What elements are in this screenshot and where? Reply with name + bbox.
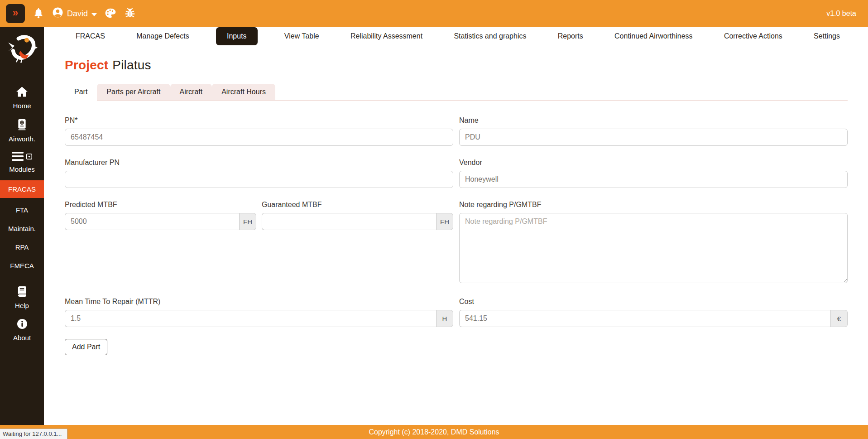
sidebar-item-rpa[interactable]: RPA [0, 238, 44, 256]
modules-icon-group [12, 152, 32, 162]
sidebar-item-modules[interactable]: Modules [0, 147, 44, 178]
nav-item-settings[interactable]: Settings [809, 27, 844, 45]
page-title: ProjectPilatus [65, 58, 848, 72]
bell-icon [33, 7, 44, 20]
user-avatar-icon [52, 7, 63, 20]
sidebar-item-label: Home [13, 102, 31, 110]
hamburger-menu-icon [12, 152, 24, 162]
vendor-input[interactable] [459, 171, 848, 188]
sidebar-item-airworthiness[interactable]: Airworth. [0, 114, 44, 147]
add-part-button[interactable]: Add Part [65, 339, 107, 355]
chevron-down-icon [91, 9, 97, 19]
pn-label: PN* [65, 116, 453, 125]
name-label: Name [459, 116, 848, 125]
cost-input[interactable] [459, 310, 830, 327]
bug-icon [124, 7, 136, 20]
sidebar-item-help[interactable]: Help [0, 281, 44, 314]
predicted-mtbf-label: Predicted MTBF [65, 201, 256, 209]
flight-hours-unit-addon: FH [436, 213, 453, 230]
mtbf-row: Predicted MTBF FH Guaranteed MTBF FH [65, 201, 453, 285]
guaranteed-mtbf-label: Guaranteed MTBF [262, 201, 453, 209]
sidebar-item-label: Maintain. [8, 225, 36, 232]
tab-parts-per-aircraft[interactable]: Parts per Aircraft [97, 84, 170, 101]
guaranteed-mtbf-field-group: Guaranteed MTBF FH [262, 201, 453, 285]
sidebar-item-label: FTA [16, 206, 28, 214]
passport-icon [17, 119, 27, 132]
nav-item-continued-airworthiness[interactable]: Continued Airworthiness [610, 27, 697, 45]
sidebar-item-label: Help [15, 302, 29, 309]
nav-item-fracas[interactable]: FRACAS [71, 27, 110, 45]
sidebar-item-fta[interactable]: FTA [0, 201, 44, 219]
note-textarea[interactable] [459, 213, 848, 283]
sidebar-item-home[interactable]: Home [0, 82, 44, 114]
euro-unit-addon: € [830, 310, 848, 327]
manufacturer-pn-field-group: Manufacturer PN [65, 159, 453, 188]
sidebar-item-label: FMECA [10, 262, 34, 270]
copyright-text: Copyright (c) 2018-2020, DMD Solutions [369, 428, 499, 436]
predicted-mtbf-input[interactable] [65, 213, 239, 230]
info-icon [17, 318, 28, 331]
note-field-group: Note regarding P/GMTBF [459, 201, 848, 285]
tab-aircraft-hours[interactable]: Aircraft Hours [212, 84, 275, 101]
mttr-label: Mean Time To Repair (MTTR) [65, 298, 453, 306]
nav-item-inputs[interactable]: Inputs [216, 27, 258, 45]
footer: Copyright (c) 2018-2020, DMD Solutions [0, 425, 868, 439]
sub-tabs: Part Parts per Aircraft Aircraft Aircraf… [65, 84, 848, 101]
notifications-button[interactable] [33, 7, 44, 20]
browser-status-bar: Waiting for 127.0.0.1... [0, 429, 67, 439]
sidebar-item-about[interactable]: About [0, 314, 44, 346]
double-chevron-icon: » [13, 8, 19, 18]
content: ProjectPilatus Part Parts per Aircraft A… [44, 47, 868, 355]
part-form: PN* Name Manufacturer PN Vendor Predicte… [65, 116, 848, 327]
sidebar-item-label: About [13, 334, 31, 342]
hours-unit-addon: H [436, 310, 453, 327]
book-icon [17, 286, 27, 299]
main-area: FRACAS Manage Defects Inputs View Table … [44, 27, 868, 425]
user-menu[interactable]: David [52, 7, 97, 20]
nav-item-corrective-actions[interactable]: Corrective Actions [719, 27, 787, 45]
nav-item-reports[interactable]: Reports [553, 27, 588, 45]
note-label: Note regarding P/GMTBF [459, 201, 848, 209]
manufacturer-pn-label: Manufacturer PN [65, 159, 453, 167]
tab-aircraft[interactable]: Aircraft [170, 84, 212, 101]
home-icon [16, 86, 28, 99]
theme-palette-button[interactable] [105, 7, 116, 20]
cost-label: Cost [459, 298, 848, 306]
manufacturer-pn-input[interactable] [65, 171, 453, 188]
sidebar: Home Airworth. [0, 27, 44, 425]
status-text: Waiting for 127.0.0.1... [3, 430, 62, 437]
sidebar-item-fmeca[interactable]: FMECA [0, 256, 44, 275]
palette-icon [105, 7, 116, 20]
debug-button[interactable] [124, 7, 136, 20]
mttr-input[interactable] [65, 310, 436, 327]
nav-item-statistics-and-graphics[interactable]: Statistics and graphics [449, 27, 531, 45]
nav-item-manage-defects[interactable]: Manage Defects [132, 27, 194, 45]
sidebar-item-maintain[interactable]: Maintain. [0, 219, 44, 238]
pn-input[interactable] [65, 129, 453, 146]
cost-field-group: Cost € [459, 298, 848, 327]
topbar: » David [0, 0, 868, 27]
sidebar-item-fracas[interactable]: FRACAS [0, 180, 44, 198]
tab-part[interactable]: Part [65, 84, 97, 101]
app-logo[interactable] [6, 34, 38, 65]
sidebar-item-label: RPA [15, 243, 29, 251]
sidebar-item-label: Modules [9, 165, 35, 173]
modules-caret-icon [26, 153, 32, 161]
username: David [67, 9, 88, 19]
guaranteed-mtbf-input[interactable] [262, 213, 436, 230]
module-nav: FRACAS Manage Defects Inputs View Table … [44, 27, 868, 47]
sidebar-item-label: Airworth. [9, 135, 35, 143]
page-title-project-name: Pilatus [112, 58, 151, 72]
nav-item-reliability-assessment[interactable]: Reliability Assessment [346, 27, 427, 45]
vendor-field-group: Vendor [459, 159, 848, 188]
bird-logo-icon [6, 57, 38, 65]
sidebar-collapse-button[interactable]: » [6, 4, 25, 23]
flight-hours-unit-addon: FH [239, 213, 256, 230]
predicted-mtbf-field-group: Predicted MTBF FH [65, 201, 256, 285]
mttr-field-group: Mean Time To Repair (MTTR) H [65, 298, 453, 327]
vendor-label: Vendor [459, 159, 848, 167]
nav-item-view-table[interactable]: View Table [280, 27, 324, 45]
name-input[interactable] [459, 129, 848, 146]
name-field-group: Name [459, 116, 848, 146]
page-title-prefix: Project [65, 58, 108, 72]
